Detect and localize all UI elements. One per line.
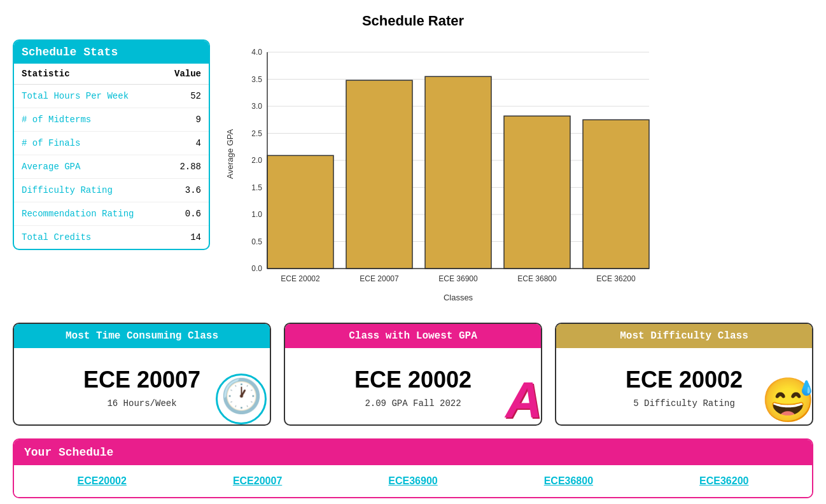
svg-text:ECE 36800: ECE 36800 xyxy=(517,274,557,283)
chart-container: 0.00.51.01.52.02.53.03.54.0ECE 20002ECE … xyxy=(223,39,813,310)
card-icon: A xyxy=(505,371,542,426)
stat-value: 14 xyxy=(160,226,209,249)
svg-text:Classes: Classes xyxy=(444,293,473,302)
svg-text:ECE 20007: ECE 20007 xyxy=(360,274,399,283)
schedule-header: Your Schedule xyxy=(14,440,812,465)
schedule-link[interactable]: ECE20007 xyxy=(233,475,282,487)
svg-text:3.5: 3.5 xyxy=(251,75,262,84)
schedule-section: Your Schedule ECE20002ECE20007ECE36900EC… xyxy=(13,438,813,498)
svg-text:4.0: 4.0 xyxy=(251,48,262,57)
svg-text:2.0: 2.0 xyxy=(251,156,262,165)
svg-text:3.0: 3.0 xyxy=(251,102,262,111)
bar-rect xyxy=(425,76,491,269)
bar-chart: 0.00.51.01.52.02.53.03.54.0ECE 20002ECE … xyxy=(223,39,668,307)
bar-rect xyxy=(267,155,333,269)
card-icon: 🕐 xyxy=(216,374,267,424)
info-card-sub: 5 Difficulty Rating xyxy=(633,398,735,409)
svg-text:2.5: 2.5 xyxy=(251,129,262,138)
svg-text:Average GPA: Average GPA xyxy=(225,129,235,179)
stats-row: Total Hours Per Week52 xyxy=(14,85,209,108)
svg-text:0.5: 0.5 xyxy=(251,237,262,246)
bottom-cards: Most Time Consuming ClassECE 2000716 Hou… xyxy=(13,323,813,426)
info-card: Class with Lowest GPAECE 200022.09 GPA F… xyxy=(284,323,542,426)
stats-header: Schedule Stats xyxy=(14,41,209,64)
stat-value: 4 xyxy=(160,132,209,155)
bar-rect xyxy=(583,120,649,269)
info-card-classname: ECE 20007 xyxy=(83,367,200,393)
info-card-classname: ECE 20002 xyxy=(354,367,472,393)
svg-text:0.0: 0.0 xyxy=(251,264,262,273)
schedule-links: ECE20002ECE20007ECE36900ECE36800ECE36200 xyxy=(14,465,812,497)
page-title: Schedule Rater xyxy=(13,13,813,29)
top-section: Schedule Stats Statistic Value Total Hou… xyxy=(13,39,813,310)
stat-label: Total Credits xyxy=(14,226,160,249)
info-card-header: Most Difficulty Class xyxy=(556,324,812,348)
bar-rect xyxy=(504,116,570,269)
stat-label: Average GPA xyxy=(14,155,160,179)
svg-text:ECE 36900: ECE 36900 xyxy=(438,274,478,283)
stats-table: Statistic Value Total Hours Per Week52# … xyxy=(14,64,209,249)
stat-label: Total Hours Per Week xyxy=(14,85,160,108)
stat-label: Difficulty Rating xyxy=(14,179,160,202)
info-card-sub: 16 Hours/Week xyxy=(107,398,176,409)
schedule-link[interactable]: ECE20002 xyxy=(78,475,127,487)
info-card-sub: 2.09 GPA Fall 2022 xyxy=(365,398,461,409)
stat-label: Recommendation Rating xyxy=(14,202,160,226)
info-card-header: Class with Lowest GPA xyxy=(285,324,541,348)
stat-value: 2.88 xyxy=(160,155,209,179)
stats-card: Schedule Stats Statistic Value Total Hou… xyxy=(13,39,210,250)
stat-value: 0.6 xyxy=(160,202,209,226)
stats-row: Difficulty Rating3.6 xyxy=(14,179,209,202)
stats-row: # of Finals4 xyxy=(14,132,209,155)
schedule-link[interactable]: ECE36800 xyxy=(544,475,593,487)
info-card-body: ECE 200022.09 GPA Fall 2022 xyxy=(285,348,541,424)
stat-label: # of Midterms xyxy=(14,108,160,132)
info-card: Most Time Consuming ClassECE 2000716 Hou… xyxy=(13,323,271,426)
col-value: Value xyxy=(160,64,209,85)
svg-text:ECE 20002: ECE 20002 xyxy=(281,274,320,283)
stats-row: # of Midterms9 xyxy=(14,108,209,132)
stats-row: Average GPA2.88 xyxy=(14,155,209,179)
info-card-classname: ECE 20002 xyxy=(626,367,743,393)
stat-value: 9 xyxy=(160,108,209,132)
schedule-link[interactable]: ECE36200 xyxy=(699,475,748,487)
svg-text:ECE 36200: ECE 36200 xyxy=(596,274,636,283)
stats-row: Total Credits14 xyxy=(14,226,209,249)
info-card: Most Difficulty ClassECE 200025 Difficul… xyxy=(555,323,813,426)
svg-text:1.0: 1.0 xyxy=(251,210,262,219)
svg-text:1.5: 1.5 xyxy=(251,183,262,192)
info-card-header: Most Time Consuming Class xyxy=(14,324,270,348)
stat-value: 52 xyxy=(160,85,209,108)
stat-label: # of Finals xyxy=(14,132,160,155)
bar-rect xyxy=(346,80,412,269)
schedule-link[interactable]: ECE36900 xyxy=(388,475,437,487)
stats-row: Recommendation Rating0.6 xyxy=(14,202,209,226)
card-icon: 😅 xyxy=(761,375,813,426)
stat-value: 3.6 xyxy=(160,179,209,202)
col-statistic: Statistic xyxy=(14,64,160,85)
